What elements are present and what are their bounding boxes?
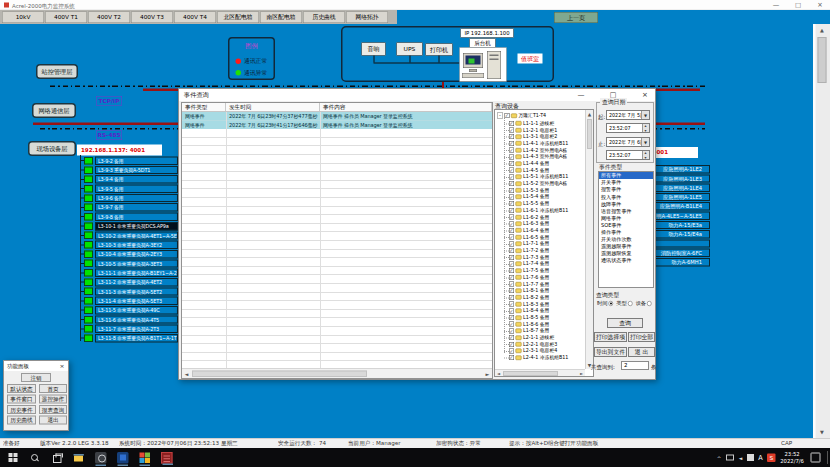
scroll-left-arrow[interactable]: ◄	[495, 371, 502, 377]
station-layer-button[interactable]: 站控管理层	[36, 64, 78, 79]
field-layer-button[interactable]: 现场设备层	[28, 141, 76, 156]
device-row[interactable]: L3-11-4 非常重要负荷A-5ET3	[80, 297, 178, 305]
scroll-thumb[interactable]	[503, 371, 558, 376]
device-row[interactable]: L3-11-8 非常重要负荷A-B1T1~A-1T1	[80, 334, 178, 342]
scroll-left-arrow[interactable]: ◄	[182, 370, 191, 379]
tree-node[interactable]: L1-8-2 备用	[497, 294, 585, 301]
taskbar-icon[interactable]	[95, 452, 107, 464]
collapse-icon[interactable]: -	[497, 113, 503, 119]
dropdown-arrow-icon[interactable]: ▼	[641, 111, 649, 119]
print-all-button[interactable]: 打印全部	[628, 332, 655, 342]
function-button[interactable]: 首页	[39, 384, 67, 393]
tree-node[interactable]: L1-5-3 备用	[497, 187, 585, 194]
checkbox-checked[interactable]	[509, 275, 514, 280]
tree-node[interactable]: L1-6-2 备用	[497, 214, 585, 221]
device-row[interactable]: L3-11-1 非常重要负荷A-B1EY1~A-2ET	[80, 269, 178, 277]
taskbar-icon[interactable]	[73, 452, 85, 464]
taskbar-icon[interactable]	[7, 452, 19, 464]
device-row[interactable]: L3-9-6 备用	[80, 194, 178, 202]
event-type-item[interactable]: 网络事件	[599, 215, 653, 222]
event-type-item[interactable]: 通讯状态事件	[599, 257, 653, 264]
checkbox-checked[interactable]	[509, 228, 514, 233]
taskbar-icon[interactable]	[29, 452, 41, 464]
device-row[interactable]: L3-11-7 非常重要负荷A-2T3	[80, 325, 178, 333]
dialog-minimize-icon[interactable]: —	[572, 89, 590, 101]
tree-node[interactable]: L1-8-1 备用	[497, 287, 585, 294]
device-row[interactable]: L3-10-3 非常重要负荷A-3EY2	[80, 241, 178, 249]
checkbox-checked[interactable]	[509, 295, 514, 300]
checkbox-checked[interactable]	[509, 215, 514, 220]
tree-node[interactable]: L2-4-1 冷冻机组B11	[497, 354, 585, 361]
checkbox-checked[interactable]	[509, 282, 514, 287]
event-type-item[interactable]: 遥测越限事件	[599, 243, 653, 250]
checkbox-checked[interactable]	[509, 328, 514, 333]
nav-tab[interactable]: 400V T2	[88, 11, 130, 23]
device-row[interactable]: L3-10-5 非常重要负荷A-3ET3	[80, 259, 178, 267]
device-row[interactable]: L3-11-6 非常重要负荷A-4T5	[80, 315, 178, 323]
tree-node[interactable]: L1-7-3 备用	[497, 254, 585, 261]
event-type-item[interactable]: 开关事件	[599, 179, 653, 186]
tree-node[interactable]: L1-5-5 备用	[497, 200, 585, 207]
checkbox-checked[interactable]	[509, 355, 514, 360]
nav-tab[interactable]: 10kV	[2, 11, 44, 23]
from-date-picker[interactable]: 2022年 7月 5日 ▼	[606, 110, 650, 120]
checkbox-checked[interactable]	[509, 235, 514, 240]
window-close-button[interactable]: ×	[811, 0, 829, 10]
notification-icon[interactable]	[811, 453, 821, 463]
function-button[interactable]: 历史曲线	[7, 416, 36, 425]
tree-node[interactable]: L1-8-3 备用	[497, 301, 585, 308]
nav-tab[interactable]: 网络拓扑	[346, 11, 388, 23]
checkbox-checked[interactable]	[509, 315, 514, 320]
function-button[interactable]: 报表查询	[39, 405, 67, 414]
sogou-ime-icon[interactable]: S	[767, 453, 776, 462]
tree-node[interactable]: L1-1-1 进线柜	[497, 120, 585, 127]
dialog-close-icon[interactable]: ×	[636, 89, 654, 101]
nav-tab[interactable]: 400V T4	[174, 11, 216, 23]
tree-node[interactable]: L1-7-6 备用	[497, 274, 585, 281]
scroll-thumb[interactable]	[587, 119, 592, 149]
checkbox-checked[interactable]	[509, 322, 514, 327]
device-row[interactable]: L3-11-5 非常重要负荷A-49C	[80, 306, 178, 314]
tray-expand-icon[interactable]: ^	[717, 454, 722, 461]
spinner-buttons[interactable]	[642, 124, 649, 132]
checkbox-checked[interactable]	[509, 302, 514, 307]
event-row[interactable]: 网络事件 2022年 7月 6日23时41分17秒646毫秒 网络事件 操作员 …	[182, 121, 492, 130]
tree-node[interactable]: L1-8-4 备用	[497, 307, 585, 314]
checkbox-checked[interactable]	[509, 154, 514, 159]
tree-node[interactable]: L1-5-1 冷冻机组B11	[497, 174, 585, 181]
tree-node[interactable]: L1-7-5 备用	[497, 267, 585, 274]
device-row[interactable]: L3-9-3 重要负荷A-5DT1	[80, 166, 178, 174]
taskbar-icon[interactable]	[161, 452, 173, 464]
checkbox-checked[interactable]	[509, 141, 514, 146]
tree-node[interactable]: L1-7-7 备用	[497, 281, 585, 288]
show-desktop-divider[interactable]	[827, 451, 828, 464]
network-layer-button[interactable]: 网络通信层	[32, 103, 76, 118]
device-row[interactable]: L3-9-2 备用	[80, 157, 178, 165]
scroll-down-arrow[interactable]: ▼	[816, 426, 829, 438]
checkbox-checked[interactable]	[509, 201, 514, 206]
tree-node[interactable]: L2-2-1 电容柜3	[497, 341, 585, 348]
radio-option[interactable]: 设备	[635, 300, 651, 307]
tree-node[interactable]: L1-8-5 备用	[497, 314, 585, 321]
scroll-up-arrow[interactable]: ▲	[816, 24, 829, 36]
dropdown-arrow-icon[interactable]: ▼	[641, 138, 649, 146]
nav-tab[interactable]: 南区配电箱	[260, 11, 302, 23]
query-button[interactable]: 查询	[607, 318, 643, 328]
tree-node[interactable]: L1-6-5 备用	[497, 234, 585, 241]
checkbox-checked[interactable]	[509, 261, 514, 266]
event-type-item[interactable]: 报警事件	[599, 186, 653, 193]
checkbox-checked[interactable]	[509, 161, 514, 166]
function-button[interactable]: 默认状态	[7, 384, 36, 393]
scroll-right-arrow[interactable]: ►	[483, 370, 492, 379]
nav-tab[interactable]: 400V T1	[45, 11, 87, 23]
tree-node[interactable]: L1-7-2 备用	[497, 247, 585, 254]
tree-node[interactable]: L1-6-1 冷冻机组B11	[497, 207, 585, 214]
nav-tab[interactable]: 北区配电箱	[217, 11, 259, 23]
scroll-up-arrow[interactable]: ▲	[586, 110, 593, 118]
table-horizontal-scrollbar[interactable]: ◄ ►	[182, 368, 492, 378]
tree-node[interactable]: L1-4-5 备用	[497, 167, 585, 174]
tree-node[interactable]: L2-3-1 电容柜4	[497, 348, 585, 355]
radio-option[interactable]: 时间	[597, 300, 613, 307]
back-button[interactable]: 上一页	[554, 12, 598, 23]
checkbox-checked[interactable]	[509, 248, 514, 253]
